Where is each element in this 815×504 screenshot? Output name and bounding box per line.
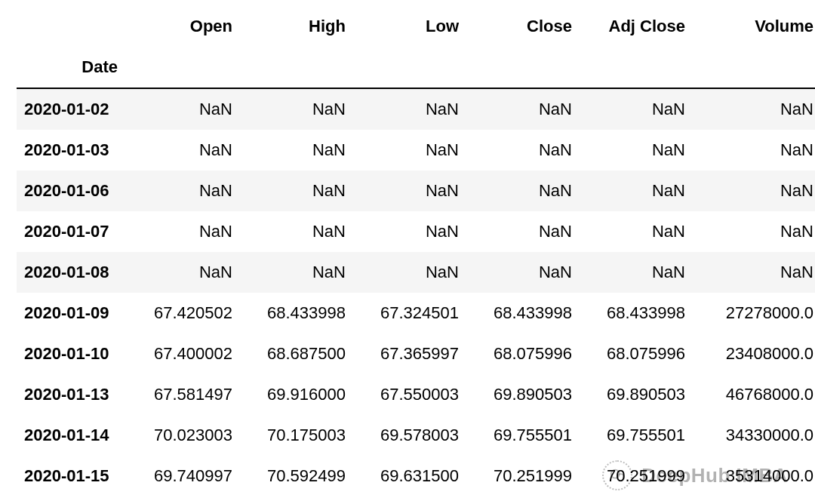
cell-low: 67.550003 xyxy=(356,374,469,415)
cell-open: 69.740997 xyxy=(130,456,243,496)
cell-high: NaN xyxy=(243,130,356,171)
cell-high: 70.592499 xyxy=(243,456,356,496)
cell-close: 69.755501 xyxy=(469,415,583,456)
row-date: 2020-01-10 xyxy=(17,333,130,374)
cell-close: NaN xyxy=(469,130,583,171)
cell-close: 68.433998 xyxy=(469,293,583,333)
cell-adj: NaN xyxy=(583,211,696,252)
table-row: 2020-01-06NaNNaNNaNNaNNaNNaN xyxy=(17,171,815,211)
cell-high: NaN xyxy=(243,211,356,252)
cell-high: 69.916000 xyxy=(243,374,356,415)
table-row: 2020-01-1067.40000268.68750067.36599768.… xyxy=(17,333,815,374)
cell-vol: 35314000.0 xyxy=(696,456,815,496)
table-row: 2020-01-08NaNNaNNaNNaNNaNNaN xyxy=(17,252,815,293)
cell-low: NaN xyxy=(356,88,469,130)
col-high: High xyxy=(243,9,356,44)
cell-close: NaN xyxy=(469,211,583,252)
cell-high: NaN xyxy=(243,171,356,211)
cell-low: NaN xyxy=(356,252,469,293)
cell-close: 70.251999 xyxy=(469,456,583,496)
cell-close: 69.890503 xyxy=(469,374,583,415)
cell-low: 69.578003 xyxy=(356,415,469,456)
table-row: 2020-01-07NaNNaNNaNNaNNaNNaN xyxy=(17,211,815,252)
cell-close: NaN xyxy=(469,88,583,130)
col-blank xyxy=(17,9,130,44)
cell-low: NaN xyxy=(356,171,469,211)
cell-adj: 69.890503 xyxy=(583,374,696,415)
cell-adj: 68.075996 xyxy=(583,333,696,374)
col-open: Open xyxy=(130,9,243,44)
cell-open: NaN xyxy=(130,130,243,171)
cell-close: 68.075996 xyxy=(469,333,583,374)
ohlc-table: Open High Low Close Adj Close Volume Dat… xyxy=(17,9,815,496)
row-date: 2020-01-13 xyxy=(17,374,130,415)
cell-close: NaN xyxy=(469,252,583,293)
cell-high: 70.175003 xyxy=(243,415,356,456)
col-adj-close: Adj Close xyxy=(583,9,696,44)
cell-vol: 46768000.0 xyxy=(696,374,815,415)
cell-high: 68.433998 xyxy=(243,293,356,333)
table-body: 2020-01-02NaNNaNNaNNaNNaNNaN2020-01-03Na… xyxy=(17,88,815,496)
cell-low: 67.324501 xyxy=(356,293,469,333)
cell-high: NaN xyxy=(243,88,356,130)
table-row: 2020-01-1367.58149769.91600067.55000369.… xyxy=(17,374,815,415)
cell-adj: 70.251999 xyxy=(583,456,696,496)
table-row: 2020-01-0967.42050268.43399867.32450168.… xyxy=(17,293,815,333)
cell-open: 67.420502 xyxy=(130,293,243,333)
cell-open: 67.400002 xyxy=(130,333,243,374)
cell-low: NaN xyxy=(356,130,469,171)
cell-adj: NaN xyxy=(583,130,696,171)
cell-vol: NaN xyxy=(696,171,815,211)
cell-low: 69.631500 xyxy=(356,456,469,496)
cell-adj: NaN xyxy=(583,252,696,293)
cell-open: NaN xyxy=(130,88,243,130)
cell-close: NaN xyxy=(469,171,583,211)
table-head: Open High Low Close Adj Close Volume Dat… xyxy=(17,9,815,88)
row-date: 2020-01-07 xyxy=(17,211,130,252)
row-date: 2020-01-06 xyxy=(17,171,130,211)
index-name: Date xyxy=(17,44,130,88)
cell-vol: NaN xyxy=(696,211,815,252)
cell-open: 70.023003 xyxy=(130,415,243,456)
cell-adj: NaN xyxy=(583,88,696,130)
cell-adj: 69.755501 xyxy=(583,415,696,456)
cell-vol: NaN xyxy=(696,252,815,293)
cell-adj: NaN xyxy=(583,171,696,211)
cell-vol: 23408000.0 xyxy=(696,333,815,374)
table-row: 2020-01-1569.74099770.59249969.63150070.… xyxy=(17,456,815,496)
table-row: 2020-01-02NaNNaNNaNNaNNaNNaN xyxy=(17,88,815,130)
col-volume: Volume xyxy=(696,9,815,44)
cell-vol: NaN xyxy=(696,88,815,130)
table-row: 2020-01-1470.02300370.17500369.57800369.… xyxy=(17,415,815,456)
cell-adj: 68.433998 xyxy=(583,293,696,333)
row-date: 2020-01-03 xyxy=(17,130,130,171)
row-date: 2020-01-15 xyxy=(17,456,130,496)
cell-vol: 34330000.0 xyxy=(696,415,815,456)
cell-high: NaN xyxy=(243,252,356,293)
row-date: 2020-01-02 xyxy=(17,88,130,130)
col-close: Close xyxy=(469,9,583,44)
cell-open: NaN xyxy=(130,171,243,211)
row-date: 2020-01-14 xyxy=(17,415,130,456)
cell-vol: NaN xyxy=(696,130,815,171)
cell-open: 67.581497 xyxy=(130,374,243,415)
cell-high: 68.687500 xyxy=(243,333,356,374)
cell-vol: 27278000.0 xyxy=(696,293,815,333)
table-wrapper: Open High Low Close Adj Close Volume Dat… xyxy=(0,0,815,496)
header-spacer xyxy=(130,44,815,88)
cell-open: NaN xyxy=(130,252,243,293)
cell-low: NaN xyxy=(356,211,469,252)
row-date: 2020-01-08 xyxy=(17,252,130,293)
table-row: 2020-01-03NaNNaNNaNNaNNaNNaN xyxy=(17,130,815,171)
col-low: Low xyxy=(356,9,469,44)
cell-open: NaN xyxy=(130,211,243,252)
row-date: 2020-01-09 xyxy=(17,293,130,333)
cell-low: 67.365997 xyxy=(356,333,469,374)
